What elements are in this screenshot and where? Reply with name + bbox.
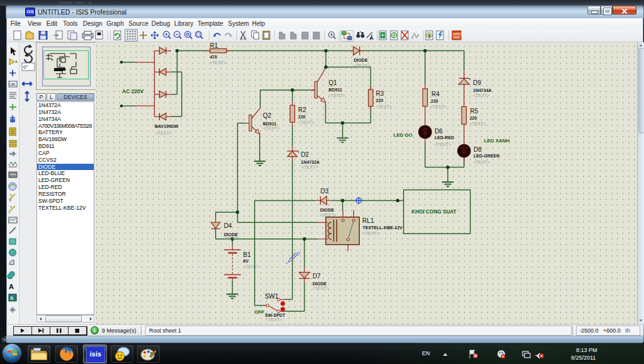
svg-text:0°: 0° — [23, 64, 28, 70]
svg-text:<TEXT>: <TEXT> — [155, 131, 172, 135]
svg-text:D9: D9 — [473, 79, 481, 86]
svg-text:220: 220 — [298, 115, 306, 119]
svg-text:A: A — [370, 35, 374, 41]
svg-text:D4: D4 — [224, 222, 232, 229]
svg-text:BAV199DW: BAV199DW — [155, 124, 179, 128]
svg-text:LED-GREEN: LED-GREEN — [474, 154, 499, 158]
svg-text:Q1: Q1 — [329, 79, 338, 86]
svg-text:ARES: ARES — [453, 32, 463, 36]
svg-text:<TEXT>: <TEXT> — [430, 105, 447, 109]
svg-text:Q2: Q2 — [263, 112, 272, 119]
svg-text:<TEXT>: <TEXT> — [435, 142, 451, 147]
svg-text:220: 220 — [470, 116, 477, 120]
svg-text:6V: 6V — [243, 259, 249, 263]
svg-text:SW1: SW1 — [265, 293, 279, 300]
svg-text:BD911: BD911 — [329, 88, 343, 92]
svg-text:<TEXT>: <TEXT> — [266, 317, 282, 322]
svg-text:D2: D2 — [301, 151, 309, 158]
svg-text:R5: R5 — [470, 108, 479, 115]
svg-text:LED DO: LED DO — [394, 132, 413, 138]
svg-text:1N4734A: 1N4734A — [473, 88, 492, 93]
svg-text:1N4732A: 1N4732A — [301, 160, 320, 164]
svg-text:KHOI CONG SUAT: KHOI CONG SUAT — [411, 209, 456, 215]
svg-text:<TEXT>: <TEXT> — [470, 122, 486, 126]
svg-text:470: 470 — [209, 55, 217, 59]
svg-text:DIODE: DIODE — [353, 58, 368, 62]
svg-text:<TEXT>: <TEXT> — [474, 160, 490, 164]
svg-text:A: A — [9, 283, 14, 290]
svg-text:220: 220 — [376, 98, 384, 103]
svg-text:<TEXT>: <TEXT> — [209, 60, 226, 65]
svg-text:<TEXT>: <TEXT> — [298, 120, 314, 125]
svg-text:?: ? — [297, 251, 300, 257]
svg-text:<TEXT>: <TEXT> — [263, 126, 279, 130]
svg-text:LBL: LBL — [9, 82, 16, 86]
svg-text:R3: R3 — [376, 90, 384, 97]
svg-text:D3: D3 — [321, 188, 329, 195]
svg-text:<TEXT>: <TEXT> — [224, 236, 240, 241]
svg-text:B1: B1 — [243, 251, 252, 258]
svg-text:D6: D6 — [435, 128, 443, 135]
svg-text:LED XANH: LED XANH — [484, 138, 510, 144]
svg-text:R1: R1 — [210, 42, 218, 49]
svg-text:LED-RED: LED-RED — [435, 135, 454, 140]
svg-text:<TEXT>: <TEXT> — [375, 105, 392, 109]
svg-text:D7: D7 — [313, 273, 321, 280]
svg-text:<TEXT>: <TEXT> — [320, 213, 336, 217]
svg-text:<TEXT>: <TEXT> — [353, 64, 370, 68]
svg-text:220: 220 — [431, 99, 438, 103]
svg-text:S: S — [10, 295, 14, 301]
svg-text:AC 220V: AC 220V — [122, 88, 144, 94]
svg-text:<TEXT>: <TEXT> — [329, 93, 345, 98]
svg-text:D8: D8 — [474, 146, 482, 153]
svg-text:V: V — [9, 198, 12, 202]
svg-text:R4: R4 — [431, 91, 440, 98]
svg-text:RL1: RL1 — [362, 217, 374, 224]
svg-text:DIODE: DIODE — [313, 282, 327, 286]
svg-text:$: $ — [428, 33, 431, 38]
svg-text:DIODE: DIODE — [320, 208, 334, 212]
svg-text:R2: R2 — [298, 106, 306, 113]
svg-text:<TEXT>: <TEXT> — [243, 264, 260, 269]
svg-text:I: I — [9, 210, 10, 214]
svg-text:<TEXT>: <TEXT> — [302, 165, 318, 169]
svg-text:TEXTELL-KBE-12V: TEXTELL-KBE-12V — [363, 225, 402, 230]
svg-text:<TEXT>: <TEXT> — [363, 231, 379, 236]
svg-text:OFF: OFF — [254, 309, 264, 315]
svg-text:<TEXT>: <TEXT> — [473, 93, 489, 98]
svg-text:<TEXT>: <TEXT> — [313, 286, 329, 290]
